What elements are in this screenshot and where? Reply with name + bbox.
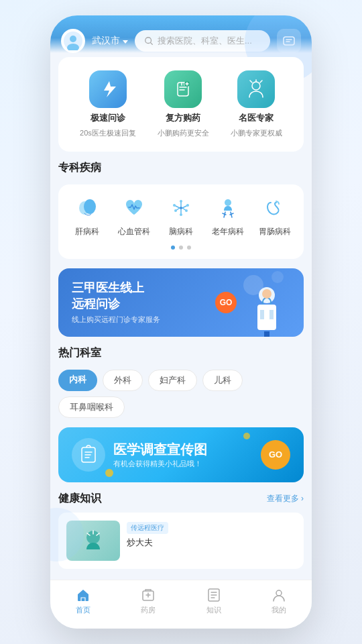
svg-point-17 — [180, 200, 182, 203]
department-grid: 肝病科 心血管科 — [58, 184, 304, 259]
dept-gastro-label: 胃肠病科 — [259, 226, 291, 237]
coin-deco2 — [243, 433, 250, 439]
banner-go-button[interactable]: GO — [215, 292, 237, 313]
knowledge-section: 健康知识 查看更多 › 传远程医疗 炒大夫 — [50, 492, 312, 569]
mine-icon — [271, 587, 287, 603]
specialty-title: 专科疾病 — [58, 161, 304, 175]
service-medicine-title: 复方购药 — [166, 112, 200, 124]
svg-point-19 — [186, 204, 189, 207]
service-medicine[interactable]: 复方购药 小鹏购药更安全 — [158, 70, 209, 138]
dept-brain-label: 脑病科 — [169, 226, 193, 237]
hot-tag-ent[interactable]: 耳鼻咽喉科 — [58, 396, 125, 418]
hot-tags: 内科 外科 妇产科 儿科 耳鼻咽喉科 — [58, 370, 304, 418]
hot-title: 热门科室 — [58, 346, 304, 360]
dept-elderly-label: 老年病科 — [212, 226, 244, 237]
service-medicine-subtitle: 小鹏购药更安全 — [158, 128, 209, 138]
dept-cardio-label: 心血管科 — [118, 226, 150, 237]
dot-3 — [187, 246, 191, 250]
nav-pharmacy-label: 药房 — [141, 605, 156, 615]
service-section: 极速问诊 20s医生极速回复 复方购药 小鹏购药更安全 — [58, 57, 304, 152]
medicine-icon — [172, 78, 194, 100]
svg-point-22 — [174, 209, 177, 212]
medicine-icon-bg — [164, 70, 202, 108]
city-selector[interactable]: 武汉市 — [92, 35, 128, 47]
dept-liver[interactable]: 肝病科 — [67, 194, 107, 237]
elderly-icon — [214, 194, 242, 222]
dept-brain[interactable]: 脑病科 — [161, 194, 201, 237]
nav-knowledge-label: 知识 — [206, 605, 221, 615]
svg-point-7 — [252, 82, 260, 90]
knowledge-text: 炒大夫 — [127, 537, 296, 549]
hot-tag-fuchanke[interactable]: 妇产科 — [148, 370, 197, 391]
brain-icon — [167, 194, 195, 222]
svg-point-10 — [180, 207, 182, 209]
survey-subtitle: 有机会获得精美小礼品哦！ — [113, 459, 261, 469]
banner-deco2 — [272, 271, 284, 283]
avatar[interactable] — [61, 29, 85, 53]
svg-point-18 — [180, 213, 182, 216]
dot-1 — [171, 246, 175, 250]
knowledge-tag: 传远程医疗 — [127, 522, 168, 534]
knowledge-header: 健康知识 查看更多 › — [58, 492, 304, 506]
hot-tag-erke[interactable]: 儿科 — [202, 370, 243, 391]
svg-point-21 — [185, 209, 188, 212]
svg-point-31 — [276, 590, 282, 596]
expert-icon-bg — [237, 70, 275, 108]
quick-consult-icon-bg — [89, 70, 127, 108]
survey-banner[interactable]: 医学调查宣传图 有机会获得精美小礼品哦！ GO — [58, 427, 304, 482]
nav-pharmacy[interactable]: 药房 — [116, 587, 182, 615]
svg-point-9 — [84, 199, 96, 214]
banner-text: 三甲医生线上远程问诊 线上购买远程门诊专家服务 — [72, 280, 160, 325]
remote-consult-banner[interactable]: 三甲医生线上远程问诊 线上购买远程门诊专家服务 GO — [58, 268, 304, 337]
nav-knowledge[interactable]: 知识 — [181, 587, 247, 615]
stomach-icon — [261, 194, 289, 222]
pharmacy-icon — [140, 587, 156, 603]
specialty-section: 专科疾病 肝病科 — [50, 161, 312, 259]
svg-point-23 — [225, 199, 231, 206]
svg-point-26 — [262, 289, 272, 299]
service-quick-subtitle: 20s医生极速回复 — [80, 128, 136, 138]
dot-2 — [179, 246, 183, 250]
knowledge-nav-icon — [206, 587, 222, 603]
hot-tag-waike[interactable]: 外科 — [103, 370, 143, 391]
survey-text: 医学调查宣传图 有机会获得精美小礼品哦！ — [113, 441, 261, 469]
bottom-nav: 首页 药房 知识 — [50, 580, 312, 629]
nav-mine[interactable]: 我的 — [247, 587, 312, 615]
knowledge-info: 传远程医疗 炒大夫 — [127, 521, 296, 561]
service-quick-title: 极速问诊 — [90, 112, 125, 124]
dept-liver-label: 肝病科 — [75, 226, 99, 237]
lightning-icon — [97, 78, 119, 100]
survey-icon — [72, 438, 105, 472]
dept-elderly[interactable]: 老年病科 — [208, 194, 248, 237]
banner-title: 三甲医生线上远程问诊 — [72, 280, 160, 312]
nav-home-label: 首页 — [76, 605, 90, 615]
nav-mine-label: 我的 — [272, 605, 286, 615]
svg-point-20 — [173, 204, 176, 207]
service-expert[interactable]: 名医专家 小鹏专家更权威 — [231, 70, 282, 138]
phone-frame: 武汉市 搜索医院、科室、医生... — [50, 15, 312, 629]
home-icon — [75, 587, 91, 603]
svg-point-1 — [70, 36, 76, 42]
hot-tag-neike[interactable]: 内科 — [58, 370, 97, 391]
liver-icon — [73, 194, 101, 222]
city-label: 武汉市 — [92, 35, 120, 47]
banner-deco — [243, 275, 263, 295]
survey-title: 医学调查宣传图 — [113, 441, 261, 459]
service-expert-title: 名医专家 — [239, 112, 274, 124]
carousel-dots — [64, 246, 298, 250]
banner-subtitle: 线上购买远程门诊专家服务 — [72, 315, 160, 325]
nav-home[interactable]: 首页 — [50, 587, 116, 615]
service-expert-subtitle: 小鹏专家更权威 — [231, 128, 282, 138]
expert-icon — [245, 78, 267, 100]
search-placeholder: 搜索医院、科室、医生... — [158, 35, 252, 47]
chevron-down-icon — [123, 40, 128, 44]
survey-go-button[interactable]: GO — [261, 440, 290, 470]
service-quick-consult[interactable]: 极速问诊 20s医生极速回复 — [80, 70, 136, 138]
heart-icon — [120, 194, 148, 222]
see-more-button[interactable]: 查看更多 › — [267, 493, 304, 504]
dept-cardio[interactable]: 心血管科 — [114, 194, 154, 237]
hot-section: 热门科室 内科 外科 妇产科 儿科 耳鼻咽喉科 — [50, 346, 312, 418]
dept-gastro[interactable]: 胃肠病科 — [255, 194, 295, 237]
knowledge-card[interactable]: 传远程医疗 炒大夫 — [58, 513, 304, 569]
clipboard-icon — [78, 445, 99, 465]
